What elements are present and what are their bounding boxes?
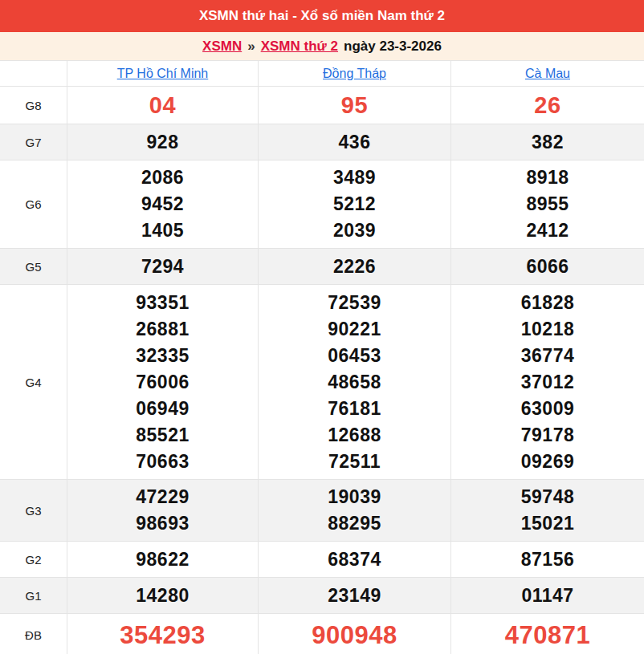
prize-numbers-cell: 61828102183677437012630097917809269 (450, 285, 644, 479)
prize-number: 63009 (521, 396, 574, 422)
prize-number: 47229 (136, 484, 189, 510)
prize-numbers-cell: 4722998693 (67, 480, 258, 541)
prize-number: 76181 (328, 396, 381, 422)
prize-number: 36774 (521, 343, 574, 369)
prize-numbers-cell: 7294 (67, 249, 258, 284)
province-link-dong-thap[interactable]: Đồng Tháp (323, 67, 386, 81)
prize-label: G7 (0, 124, 67, 160)
prize-number: 72539 (328, 290, 381, 316)
prize-numbers-cell: 354293 (67, 614, 258, 654)
prize-numbers-cell: 01147 (450, 578, 644, 613)
prize-numbers-cell: 04 (67, 87, 258, 124)
prize-numbers-cell: 93351268813233576006069498552170663 (67, 285, 258, 479)
prize-numbers-cell: 470871 (450, 614, 644, 654)
prize-number: 9452 (141, 191, 184, 217)
prize-number: 928 (147, 129, 179, 156)
prize-numbers-cell: 928 (67, 124, 258, 160)
prize-number: 14280 (136, 583, 189, 609)
breadcrumb: XSMN » XSMN thứ 2 ngày 23-3-2026 (0, 32, 644, 60)
prize-numbers-cell: 436 (258, 124, 450, 160)
prize-label: G5 (0, 249, 67, 284)
prize-number: 354293 (120, 622, 205, 648)
prize-number: 23149 (328, 583, 381, 609)
prize-number: 19039 (328, 484, 381, 510)
results-table: TP Hồ Chí Minh Đồng Tháp Cà Mau G8049526… (0, 60, 644, 654)
prize-numbers-cell: 2226 (258, 249, 450, 284)
prize-row: G8049526 (0, 87, 644, 124)
prize-number: 5212 (333, 191, 376, 217)
prize-numbers-cell: 68374 (258, 542, 450, 577)
prize-number: 12688 (328, 422, 381, 449)
page-title: XSMN thứ hai - Xổ số miền Nam thứ 2 (0, 0, 644, 32)
prize-row: G5729422266066 (0, 249, 644, 285)
prize-number: 76006 (136, 369, 189, 396)
prize-number: 98622 (136, 546, 189, 573)
prize-numbers-cell: 72539902210645348658761811268872511 (258, 285, 450, 479)
prize-number: 15021 (521, 510, 574, 537)
prize-row: G1142802314901147 (0, 578, 644, 614)
prize-number: 95 (341, 92, 368, 119)
prize-number: 01147 (521, 583, 573, 609)
prize-row: G493351268813233576006069498552170663725… (0, 285, 644, 480)
prize-row: G2986226837487156 (0, 542, 644, 578)
prize-number: 72511 (328, 449, 381, 475)
prize-number: 8955 (526, 191, 569, 217)
prize-number: 70663 (136, 449, 189, 475)
prize-numbers-cell: 348952122039 (258, 160, 450, 248)
prize-row: G3472299869319039882955974815021 (0, 480, 644, 542)
prize-number: 79178 (521, 422, 574, 449)
prize-number: 48658 (328, 369, 381, 396)
prize-number: 90221 (328, 316, 381, 343)
prize-label: G3 (0, 480, 67, 541)
prize-numbers-cell: 6066 (450, 249, 644, 284)
prize-label: G6 (0, 160, 67, 248)
prize-number: 37012 (521, 369, 574, 396)
prize-number: 6066 (526, 254, 569, 280)
province-link-tp-ho-chi-minh[interactable]: TP Hồ Chí Minh (117, 67, 209, 81)
column-header-ca-mau: Cà Mau (450, 61, 644, 86)
prize-number: 59748 (521, 484, 574, 510)
prize-number: 2039 (333, 217, 376, 244)
prize-number: 470871 (505, 622, 590, 648)
prize-row: ĐB354293900948470871 (0, 614, 644, 654)
prize-number: 8918 (526, 165, 569, 191)
prize-number: 93351 (136, 290, 189, 316)
prize-label: G8 (0, 87, 67, 124)
province-link-ca-mau[interactable]: Cà Mau (525, 67, 570, 81)
prize-numbers-cell: 1903988295 (258, 480, 450, 541)
prize-number: 900948 (312, 622, 397, 648)
header-spacer-cell (0, 61, 67, 86)
prize-number: 10218 (521, 316, 574, 343)
prize-number: 26881 (136, 316, 189, 343)
table-header-row: TP Hồ Chí Minh Đồng Tháp Cà Mau (0, 60, 644, 87)
prize-number: 382 (532, 129, 564, 156)
prize-numbers-cell: 95 (258, 87, 450, 124)
prize-number: 32335 (136, 343, 189, 369)
prize-label: ĐB (0, 614, 67, 654)
prize-number: 2086 (141, 165, 184, 191)
breadcrumb-date: ngày 23-3-2026 (344, 39, 442, 55)
prize-number: 7294 (141, 254, 184, 280)
prize-number: 87156 (521, 546, 574, 573)
prize-number: 68374 (328, 546, 381, 573)
breadcrumb-link-xsmn[interactable]: XSMN (202, 39, 242, 55)
prize-numbers-cell: 5974815021 (450, 480, 644, 541)
prize-label: G2 (0, 542, 67, 577)
prize-numbers-cell: 900948 (258, 614, 450, 654)
prize-numbers-cell: 14280 (67, 578, 258, 613)
prize-number: 2412 (526, 217, 569, 244)
prize-row: G7928436382 (0, 124, 644, 160)
breadcrumb-separator: » (247, 39, 255, 55)
prize-numbers-cell: 891889552412 (450, 160, 644, 248)
column-header-dong-thap: Đồng Tháp (258, 61, 450, 86)
prize-numbers-cell: 87156 (450, 542, 644, 577)
breadcrumb-link-xsmn-thu-2[interactable]: XSMN thứ 2 (261, 39, 338, 55)
prize-label: G4 (0, 285, 67, 479)
prize-number: 06949 (136, 396, 189, 422)
prize-number: 2226 (333, 254, 376, 280)
column-header-tphcm: TP Hồ Chí Minh (67, 61, 258, 86)
prize-number: 85521 (136, 422, 189, 449)
prize-number: 09269 (521, 449, 574, 475)
prize-number: 1405 (141, 217, 184, 244)
prize-label: G1 (0, 578, 67, 613)
